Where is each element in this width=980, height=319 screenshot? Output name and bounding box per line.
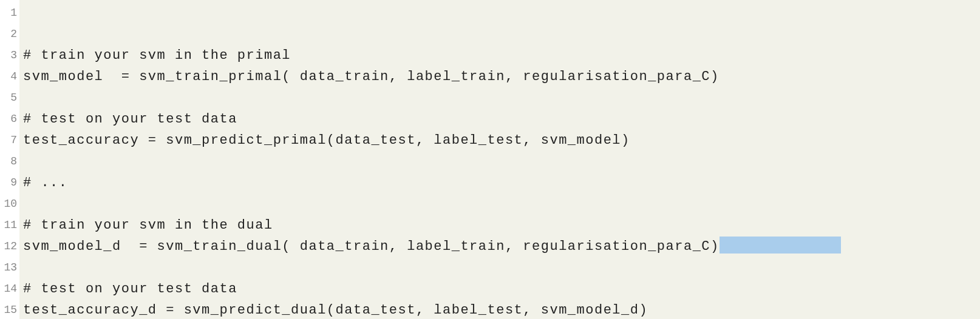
- code-line: # ...: [23, 172, 980, 193]
- line-number: 4: [0, 66, 17, 87]
- line-number: 3: [0, 45, 17, 66]
- line-number: 9: [0, 172, 17, 193]
- line-number: 1: [0, 2, 17, 24]
- selection-highlight: [720, 237, 841, 254]
- code-text: # train your svm in the dual: [23, 218, 273, 233]
- code-line: [23, 257, 980, 278]
- line-number-gutter: 123456789101112131415: [0, 0, 19, 319]
- code-text: # train your svm in the primal: [23, 48, 291, 63]
- code-line: svm_model = svm_train_primal( data_train…: [23, 66, 980, 87]
- code-area[interactable]: # train your svm in the primalsvm_model …: [19, 0, 980, 319]
- code-line: [23, 24, 980, 45]
- line-number: 5: [0, 87, 17, 109]
- line-number: 6: [0, 109, 17, 130]
- line-number: 12: [0, 236, 17, 257]
- line-number: 13: [0, 257, 17, 278]
- line-number: 8: [0, 151, 17, 172]
- code-text: # test on your test data: [23, 112, 237, 127]
- line-number: 10: [0, 193, 17, 215]
- code-line: svm_model_d = svm_train_dual( data_train…: [23, 236, 980, 257]
- code-text: # ...: [23, 175, 68, 190]
- code-line: # train your svm in the primal: [23, 45, 980, 66]
- code-text: svm_model = svm_train_primal( data_train…: [23, 69, 720, 84]
- line-number: 7: [0, 130, 17, 151]
- code-text: test_accuracy_d = svm_predict_dual(data_…: [23, 303, 648, 318]
- code-line: [23, 87, 980, 109]
- code-text: # test on your test data: [23, 281, 237, 297]
- code-line: [23, 193, 980, 215]
- code-line: # test on your test data: [23, 278, 980, 300]
- line-number: 14: [0, 278, 17, 300]
- code-line: [23, 2, 980, 24]
- code-text: test_accuracy = svm_predict_primal(data_…: [23, 133, 630, 148]
- line-number: 15: [0, 300, 17, 319]
- code-line: # test on your test data: [23, 109, 980, 130]
- code-line: test_accuracy_d = svm_predict_dual(data_…: [23, 300, 980, 319]
- code-line: [23, 151, 980, 172]
- code-block: 123456789101112131415 # train your svm i…: [0, 0, 980, 319]
- line-number: 11: [0, 215, 17, 236]
- code-line: test_accuracy = svm_predict_primal(data_…: [23, 130, 980, 151]
- line-number: 2: [0, 24, 17, 45]
- code-text: svm_model_d = svm_train_dual( data_train…: [23, 239, 720, 254]
- code-line: # train your svm in the dual: [23, 215, 980, 236]
